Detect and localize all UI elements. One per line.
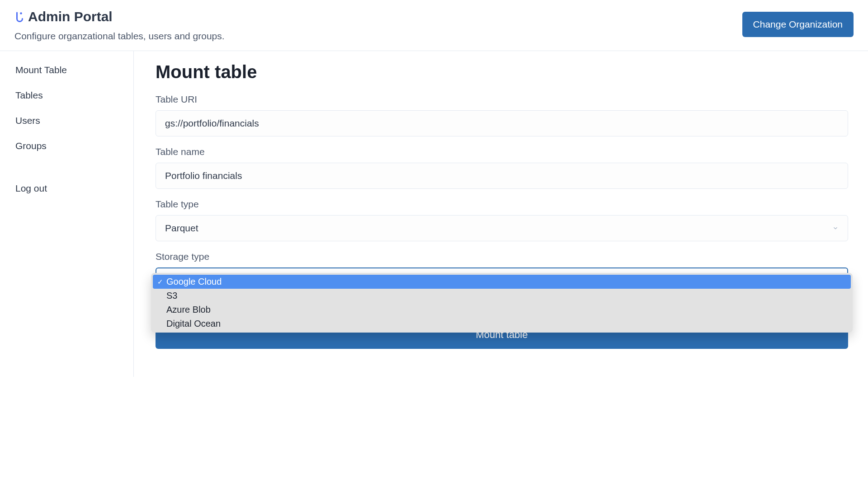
page-title: Mount table	[156, 62, 848, 82]
sidebar-item-groups[interactable]: Groups	[0, 141, 133, 151]
table-uri-label: Table URI	[156, 94, 848, 105]
table-name-input[interactable]	[156, 163, 848, 189]
brand: Admin Portal	[14, 9, 225, 24]
field-table-uri: Table URI	[156, 94, 848, 136]
chevron-down-icon	[832, 223, 839, 234]
storage-type-dropdown: Google Cloud S3 Azure Blob Digital Ocean	[151, 273, 853, 333]
sidebar-item-tables[interactable]: Tables	[0, 90, 133, 101]
page-brand-title: Admin Portal	[28, 9, 113, 24]
body-area: Mount Table Tables Users Groups Log out …	[0, 51, 868, 377]
table-type-select[interactable]: Parquet	[156, 215, 848, 241]
storage-option-google-cloud[interactable]: Google Cloud	[153, 275, 851, 289]
logo-icon	[14, 11, 24, 23]
header: Admin Portal Configure organzational tab…	[0, 0, 868, 51]
header-left: Admin Portal Configure organzational tab…	[14, 9, 225, 42]
table-type-label: Table type	[156, 199, 848, 210]
sidebar-item-logout[interactable]: Log out	[0, 183, 133, 194]
sidebar: Mount Table Tables Users Groups Log out	[0, 51, 134, 377]
main-content: Mount table Table URI Table name Table t…	[134, 51, 868, 377]
storage-type-label: Storage type	[156, 251, 848, 262]
storage-option-digital-ocean[interactable]: Digital Ocean	[153, 317, 851, 331]
table-type-select-wrap: Parquet	[156, 215, 848, 241]
sidebar-item-users[interactable]: Users	[0, 115, 133, 126]
change-organization-button[interactable]: Change Organization	[742, 12, 854, 37]
storage-option-azure-blob[interactable]: Azure Blob	[153, 303, 851, 317]
table-type-value: Parquet	[165, 223, 198, 234]
table-uri-input[interactable]	[156, 110, 848, 136]
table-name-label: Table name	[156, 146, 848, 157]
storage-option-s3[interactable]: S3	[153, 289, 851, 303]
sidebar-item-mount-table[interactable]: Mount Table	[0, 65, 133, 75]
page-subtitle: Configure organzational tables, users an…	[14, 31, 225, 42]
svg-point-0	[20, 12, 22, 14]
field-table-type: Table type Parquet	[156, 199, 848, 241]
field-table-name: Table name	[156, 146, 848, 189]
field-storage-type: Storage type Google Cloud S3 Azure Blob …	[156, 251, 848, 349]
sidebar-gap	[0, 166, 133, 169]
